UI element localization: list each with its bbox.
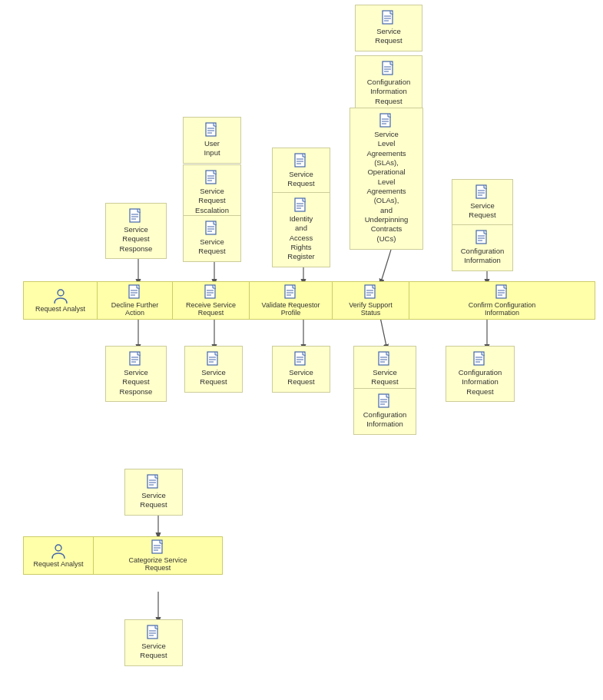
svg-point-105 [55, 545, 61, 551]
doc-label: ServiceRequest [140, 642, 167, 659]
doc-config-info-request-top: ConfigurationInformationRequest [355, 55, 422, 111]
doc-sr-escalation: ServiceRequestEscalation [183, 164, 241, 221]
step-categorize-service-request: Categorize ServiceRequest [93, 537, 222, 574]
doc-sr-1: ServiceRequest [183, 215, 241, 262]
doc-sr-2: ServiceRequest [272, 148, 330, 194]
step-label: Receive ServiceRequest [186, 301, 236, 317]
doc-sr-response-2: ServiceRequestResponse [105, 346, 167, 402]
doc-identity-access: IdentityandAccessRightsRegister [272, 192, 330, 267]
doc-sla-ola-uc: ServiceLevelAgreements(SLAs),Operational… [350, 108, 423, 250]
doc-sr-verify-out: ServiceRequest [353, 346, 416, 393]
doc-label: ServiceRequest [198, 237, 225, 255]
doc-label: ServiceLevelAgreements(SLAs),Operational… [365, 130, 409, 243]
doc-label: ServiceRequestResponse [120, 368, 153, 396]
diagram-canvas: ServiceRequest ConfigurationInformationR… [0, 0, 603, 700]
actor-request-analyst: Request Analyst [24, 288, 97, 313]
step-decline-further-action: Decline FurtherAction [97, 282, 172, 319]
doc-label: ServiceRequestEscalation [195, 187, 229, 214]
doc-user-input: UserInput [183, 117, 241, 164]
step-label: Confirm ConfigurationInformation [469, 301, 536, 317]
doc-label: ServiceRequest [200, 368, 227, 386]
actor-label: Request Analyst [35, 305, 85, 313]
actor-request-analyst-2: Request Analyst [24, 543, 93, 568]
doc-config-info-request-out: ConfigurationInformationRequest [446, 346, 515, 402]
doc-label: ServiceRequest [375, 27, 402, 45]
step-receive-service-request: Receive ServiceRequest [172, 282, 249, 319]
step-label-categorize: Categorize ServiceRequest [128, 556, 187, 572]
doc-label: ServiceRequest [287, 368, 314, 386]
step-validate-requestor-profile: Validate RequestorProfile [249, 282, 332, 319]
step-confirm-configuration-information: Confirm ConfigurationInformation [409, 282, 595, 319]
svg-point-56 [58, 290, 64, 296]
step-verify-support-status: Verify SupportStatus [332, 282, 409, 319]
doc-sr-confirm: ServiceRequest [452, 179, 513, 226]
doc-label: IdentityandAccessRightsRegister [287, 214, 314, 260]
doc-sr-categorize-out: ServiceRequest [124, 619, 183, 666]
doc-sr-response-1: ServiceRequestResponse [105, 203, 167, 259]
process-band: Request Analyst Decline FurtherAction Re… [23, 281, 595, 320]
person-icon [53, 288, 68, 305]
doc-config-info: ConfigurationInformation [452, 224, 513, 271]
step-label: Verify SupportStatus [349, 301, 393, 317]
categorize-band: Request Analyst Categorize ServiceReques… [23, 536, 223, 575]
step-label: Validate RequestorProfile [262, 301, 320, 317]
doc-label: UserInput [204, 139, 220, 157]
svg-line-8 [380, 317, 387, 350]
doc-label: ConfigurationInformationRequest [459, 368, 502, 396]
doc-label: ConfigurationInformation [363, 410, 407, 428]
doc-sr-receive-out: ServiceRequest [184, 346, 243, 393]
doc-label: ConfigurationInformationRequest [367, 78, 411, 105]
doc-label: ServiceRequest [371, 368, 398, 386]
doc-service-request-top: ServiceRequest [355, 5, 422, 51]
doc-label: ConfigurationInformation [461, 247, 505, 264]
actor-label-2: Request Analyst [33, 560, 83, 568]
doc-label: ServiceRequest [469, 201, 495, 219]
person-icon-2 [51, 543, 66, 560]
doc-label: ServiceRequest [140, 491, 167, 509]
doc-sr-validate-out: ServiceRequest [272, 346, 330, 393]
doc-label: ServiceRequestResponse [120, 225, 153, 253]
step-label: Decline FurtherAction [111, 301, 159, 317]
doc-sr-categorize-in: ServiceRequest [124, 469, 183, 516]
doc-label: ServiceRequest [287, 170, 314, 187]
doc-config-info-verify-out: ConfigurationInformation [353, 388, 416, 435]
svg-line-0 [380, 250, 391, 284]
